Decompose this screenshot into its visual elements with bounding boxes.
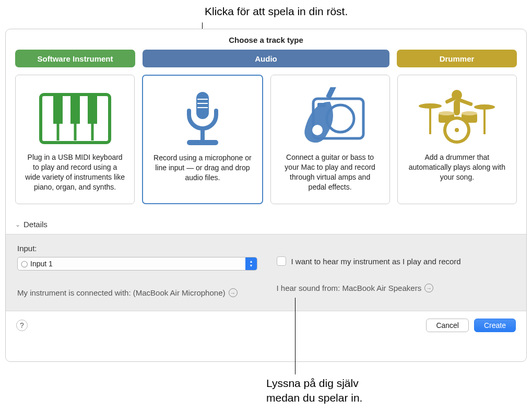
svg-rect-6 (88, 95, 97, 124)
details-left: Input: ◯ Input 1 ▲▼ My instrument is con… (17, 244, 256, 297)
pill-drummer: Drummer (397, 50, 517, 67)
track-cards: Plug in a USB MIDI keyboard to play and … (6, 67, 526, 204)
monitoring-checkbox-row: I want to hear my instrument as I play a… (277, 256, 515, 266)
cancel-button[interactable]: Cancel (426, 319, 469, 332)
dialog-title: Choose a track type (6, 29, 526, 50)
guitar-amp-icon (288, 85, 372, 152)
annotation-bottom-line2: medan du spelar in. (266, 392, 362, 404)
instrument-connection-text: My instrument is connected with: (MacBoo… (17, 288, 226, 297)
card-drummer[interactable]: Add a drummer that automatically plays a… (397, 75, 517, 204)
annotation-top: Klicka för att spela in din röst. (205, 5, 348, 18)
card-software-instrument[interactable]: Plug in a USB MIDI keyboard to play and … (15, 75, 135, 204)
input-select[interactable]: ◯ Input 1 ▲▼ (17, 257, 257, 271)
card-software-desc: Plug in a USB MIDI keyboard to play and … (25, 152, 125, 192)
arrow-right-circle-icon[interactable]: → (424, 284, 433, 292)
monitoring-checkbox-label: I want to hear my instrument as I play a… (291, 257, 461, 266)
details-panel: Input: ◯ Input 1 ▲▼ My instrument is con… (6, 234, 526, 311)
card-audio-mic-desc: Record using a microphone or line input … (152, 153, 252, 183)
details-disclosure[interactable]: ⌄ Details (6, 204, 526, 234)
card-audio-guitar-desc: Connect a guitar or bass to your Mac to … (280, 152, 380, 192)
monitoring-checkbox[interactable] (277, 256, 286, 266)
output-device-text: I hear sound from: MacBook Air Speakers (277, 284, 422, 292)
details-right: I want to hear my instrument as I play a… (277, 244, 515, 297)
input-value: Input 1 (30, 260, 245, 268)
annotation-bottom: Lyssna på dig själv medan du spelar in. (266, 376, 362, 406)
card-audio-microphone[interactable]: Record using a microphone or line input … (142, 75, 263, 204)
svg-point-30 (462, 111, 477, 115)
svg-point-33 (455, 128, 459, 132)
svg-rect-7 (196, 92, 209, 119)
pill-software-instrument: Software Instrument (15, 50, 135, 67)
new-track-dialog: Choose a track type Software Instrument … (5, 29, 527, 362)
arrow-right-circle-icon[interactable]: → (229, 288, 238, 297)
svg-point-28 (439, 111, 454, 115)
input-label: Input: (17, 244, 256, 253)
svg-rect-20 (454, 100, 460, 115)
svg-rect-17 (326, 87, 342, 99)
dialog-footer: ? Cancel Create (6, 311, 526, 339)
svg-rect-12 (187, 140, 218, 145)
input-channel-icon: ◯ (18, 260, 30, 267)
create-button[interactable]: Create (474, 319, 516, 332)
card-drummer-desc: Add a drummer that automatically plays a… (407, 152, 507, 182)
drummer-icon (412, 85, 501, 152)
instrument-connection-row: My instrument is connected with: (MacBoo… (17, 288, 256, 297)
details-label: Details (23, 220, 48, 229)
callout-line-bottom (295, 298, 295, 374)
help-button[interactable]: ? (16, 320, 28, 331)
card-audio-guitar[interactable]: Connect a guitar or bass to your Mac to … (270, 75, 390, 204)
microphone-icon (171, 85, 234, 153)
svg-point-16 (312, 125, 323, 135)
piano-keys-icon (39, 85, 112, 152)
svg-rect-4 (53, 95, 63, 124)
annotation-bottom-line1: Lyssna på dig själv (266, 377, 359, 389)
category-pills: Software Instrument Audio Drummer (6, 50, 526, 67)
output-device-row: I hear sound from: MacBook Air Speakers … (277, 284, 515, 292)
popup-arrows-icon: ▲▼ (245, 257, 257, 270)
pill-audio: Audio (143, 50, 389, 67)
svg-rect-5 (70, 95, 80, 124)
chevron-down-icon: ⌄ (15, 221, 20, 228)
